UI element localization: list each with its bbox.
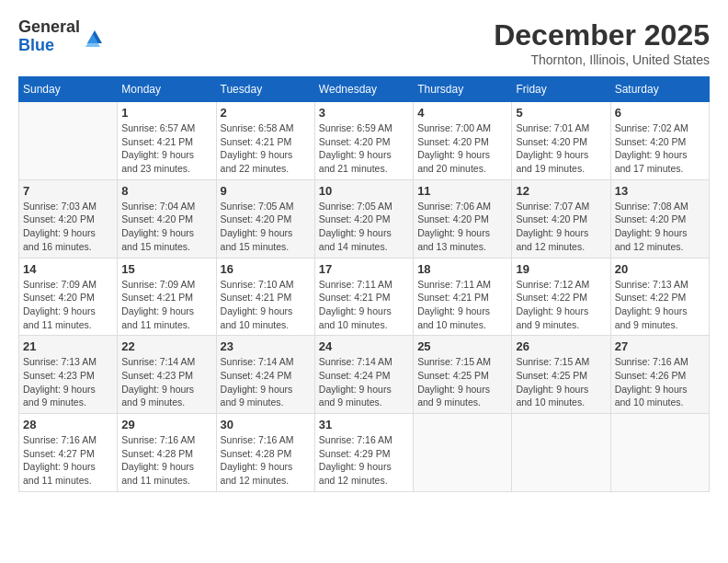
calendar-cell: 27Sunrise: 7:16 AMSunset: 4:26 PMDayligh… [610,336,709,414]
title-block: December 2025 Thornton, Illinois, United… [494,18,710,67]
calendar-cell: 13Sunrise: 7:08 AMSunset: 4:20 PMDayligh… [610,179,709,258]
day-info: Sunrise: 7:07 AMSunset: 4:20 PMDaylight:… [516,200,606,254]
day-info: Sunrise: 7:16 AMSunset: 4:29 PMDaylight:… [319,433,409,488]
day-number: 22 [121,339,211,353]
calendar-cell: 16Sunrise: 7:10 AMSunset: 4:21 PMDayligh… [216,258,314,336]
calendar-week-row: 14Sunrise: 7:09 AMSunset: 4:20 PMDayligh… [19,258,710,336]
calendar-cell: 10Sunrise: 7:05 AMSunset: 4:20 PMDayligh… [314,179,413,258]
day-number: 24 [319,339,409,353]
weekday-header-row: SundayMondayTuesdayWednesdayThursdayFrid… [19,77,710,102]
day-number: 30 [221,418,311,431]
day-number: 28 [23,418,113,431]
day-info: Sunrise: 7:15 AMSunset: 4:25 PMDaylight:… [417,355,507,409]
calendar-cell: 2Sunrise: 6:58 AMSunset: 4:21 PMDaylight… [216,102,314,180]
day-number: 25 [417,339,507,353]
day-info: Sunrise: 6:57 AMSunset: 4:21 PMDaylight:… [121,121,211,176]
day-info: Sunrise: 7:12 AMSunset: 4:22 PMDaylight:… [516,278,606,332]
calendar-cell: 31Sunrise: 7:16 AMSunset: 4:29 PMDayligh… [314,414,413,492]
day-info: Sunrise: 7:16 AMSunset: 4:26 PMDaylight:… [615,355,705,409]
day-number: 7 [23,184,113,198]
day-number: 15 [121,262,211,276]
calendar-week-row: 28Sunrise: 7:16 AMSunset: 4:27 PMDayligh… [19,414,710,492]
calendar-cell: 30Sunrise: 7:16 AMSunset: 4:28 PMDayligh… [216,414,314,492]
day-info: Sunrise: 7:10 AMSunset: 4:21 PMDaylight:… [221,278,311,332]
calendar-cell: 23Sunrise: 7:14 AMSunset: 4:24 PMDayligh… [216,336,314,414]
calendar-cell: 3Sunrise: 6:59 AMSunset: 4:20 PMDaylight… [314,102,413,180]
day-number: 29 [121,418,211,431]
day-info: Sunrise: 6:58 AMSunset: 4:21 PMDaylight:… [221,121,311,176]
calendar-cell: 11Sunrise: 7:06 AMSunset: 4:20 PMDayligh… [414,179,512,258]
calendar-cell: 9Sunrise: 7:05 AMSunset: 4:20 PMDaylight… [216,179,314,258]
page-header: General Blue December 2025 Thornton, Ill… [18,18,710,67]
calendar-cell: 18Sunrise: 7:11 AMSunset: 4:21 PMDayligh… [414,258,512,336]
calendar-cell: 14Sunrise: 7:09 AMSunset: 4:20 PMDayligh… [19,258,118,336]
weekday-header-monday: Monday [118,77,216,102]
calendar-week-row: 21Sunrise: 7:13 AMSunset: 4:23 PMDayligh… [19,336,710,414]
day-info: Sunrise: 7:05 AMSunset: 4:20 PMDaylight:… [319,200,409,254]
calendar-table: SundayMondayTuesdayWednesdayThursdayFrid… [18,76,710,492]
calendar-week-row: 7Sunrise: 7:03 AMSunset: 4:20 PMDaylight… [19,179,710,258]
calendar-cell: 1Sunrise: 6:57 AMSunset: 4:21 PMDaylight… [118,102,216,180]
day-info: Sunrise: 7:14 AMSunset: 4:24 PMDaylight:… [221,355,311,409]
logo-blue: Blue [18,37,80,55]
logo-text: General Blue [18,18,80,55]
calendar-cell: 4Sunrise: 7:00 AMSunset: 4:20 PMDaylight… [414,102,512,180]
day-info: Sunrise: 7:14 AMSunset: 4:23 PMDaylight:… [121,355,211,409]
calendar-cell [414,414,512,492]
day-info: Sunrise: 7:01 AMSunset: 4:20 PMDaylight:… [516,121,606,176]
day-number: 6 [615,106,705,120]
calendar-cell: 19Sunrise: 7:12 AMSunset: 4:22 PMDayligh… [512,258,610,336]
day-number: 14 [23,262,113,276]
logo-icon [84,27,106,49]
day-number: 2 [221,106,311,120]
calendar-cell [512,414,610,492]
day-info: Sunrise: 7:16 AMSunset: 4:28 PMDaylight:… [121,433,211,488]
day-number: 31 [319,418,409,431]
calendar-cell: 6Sunrise: 7:02 AMSunset: 4:20 PMDaylight… [610,102,709,180]
calendar-cell: 29Sunrise: 7:16 AMSunset: 4:28 PMDayligh… [118,414,216,492]
calendar-cell: 22Sunrise: 7:14 AMSunset: 4:23 PMDayligh… [118,336,216,414]
day-info: Sunrise: 7:13 AMSunset: 4:23 PMDaylight:… [23,355,113,409]
calendar-cell: 8Sunrise: 7:04 AMSunset: 4:20 PMDaylight… [118,179,216,258]
day-number: 4 [417,106,507,120]
logo: General Blue [18,18,106,55]
day-number: 21 [23,339,113,353]
day-info: Sunrise: 7:16 AMSunset: 4:27 PMDaylight:… [23,433,113,488]
day-info: Sunrise: 7:09 AMSunset: 4:21 PMDaylight:… [121,278,211,332]
day-info: Sunrise: 7:11 AMSunset: 4:21 PMDaylight:… [319,278,409,332]
day-number: 19 [516,262,606,276]
weekday-header-thursday: Thursday [414,77,512,102]
day-info: Sunrise: 7:06 AMSunset: 4:20 PMDaylight:… [417,200,507,254]
day-info: Sunrise: 7:05 AMSunset: 4:20 PMDaylight:… [221,200,311,254]
day-number: 3 [319,106,409,120]
day-number: 23 [221,339,311,353]
calendar-cell [19,102,118,180]
day-info: Sunrise: 7:14 AMSunset: 4:24 PMDaylight:… [319,355,409,409]
day-info: Sunrise: 7:02 AMSunset: 4:20 PMDaylight:… [615,121,705,176]
weekday-header-tuesday: Tuesday [216,77,314,102]
day-info: Sunrise: 7:04 AMSunset: 4:20 PMDaylight:… [121,200,211,254]
day-info: Sunrise: 7:09 AMSunset: 4:20 PMDaylight:… [23,278,113,332]
calendar-cell: 20Sunrise: 7:13 AMSunset: 4:22 PMDayligh… [610,258,709,336]
day-info: Sunrise: 7:13 AMSunset: 4:22 PMDaylight:… [615,278,705,332]
calendar-cell: 12Sunrise: 7:07 AMSunset: 4:20 PMDayligh… [512,179,610,258]
day-number: 1 [121,106,211,120]
logo-general: General [18,18,80,37]
day-number: 13 [615,184,705,198]
day-number: 10 [319,184,409,198]
day-info: Sunrise: 6:59 AMSunset: 4:20 PMDaylight:… [319,121,409,176]
day-number: 9 [221,184,311,198]
calendar-cell: 5Sunrise: 7:01 AMSunset: 4:20 PMDaylight… [512,102,610,180]
calendar-cell: 26Sunrise: 7:15 AMSunset: 4:25 PMDayligh… [512,336,610,414]
day-number: 26 [516,339,606,353]
weekday-header-wednesday: Wednesday [314,77,413,102]
day-number: 18 [417,262,507,276]
calendar-cell [610,414,709,492]
day-number: 20 [615,262,705,276]
day-number: 12 [516,184,606,198]
day-info: Sunrise: 7:15 AMSunset: 4:25 PMDaylight:… [516,355,606,409]
weekday-header-friday: Friday [512,77,610,102]
weekday-header-sunday: Sunday [19,77,118,102]
day-number: 27 [615,339,705,353]
day-number: 5 [516,106,606,120]
